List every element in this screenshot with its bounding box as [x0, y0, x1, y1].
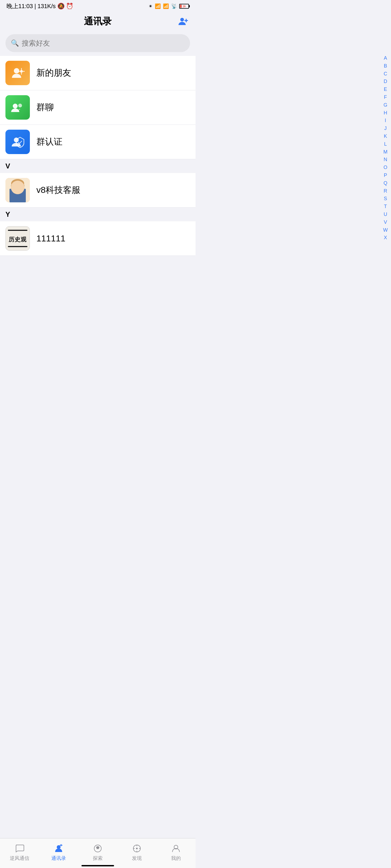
page-header: 通讯录 [0, 12, 196, 30]
new-friend-item[interactable]: 新的朋友 [0, 56, 196, 90]
group-cert-icon [5, 130, 30, 154]
section-header-v: V [0, 159, 196, 173]
search-container: 🔍 [0, 30, 196, 56]
battery-icon: 16 [179, 4, 189, 9]
signal2-icon: 📶 [163, 3, 169, 9]
contact-v8-name: v8科技客服 [36, 184, 80, 196]
new-friend-label: 新的朋友 [36, 67, 71, 79]
svg-rect-14 [15, 191, 20, 194]
group-chat-item[interactable]: 群聊 [0, 90, 196, 125]
svg-rect-12 [5, 178, 30, 203]
add-person-icon [177, 16, 189, 27]
svg-point-19 [14, 187, 17, 190]
add-contact-button[interactable] [176, 14, 190, 29]
contact-111111[interactable]: 历史观 111111 [0, 221, 196, 256]
group-chat-icon [5, 95, 30, 120]
group-chat-label: 群聊 [36, 101, 54, 113]
empty-area [0, 256, 196, 418]
contact-111111-avatar: 历史观 [5, 226, 30, 251]
search-icon: 🔍 [11, 39, 19, 47]
svg-rect-13 [11, 193, 24, 203]
new-friend-icon [5, 61, 30, 85]
svg-rect-18 [22, 184, 24, 192]
svg-point-20 [19, 187, 21, 190]
svg-point-0 [180, 18, 184, 22]
search-bar[interactable]: 🔍 [5, 34, 190, 52]
group-cert-item[interactable]: 群认证 [0, 125, 196, 159]
svg-point-24 [20, 187, 21, 188]
svg-point-9 [13, 104, 18, 108]
section-header-y: Y [0, 208, 196, 221]
bluetooth-icon: ✴ [148, 3, 152, 9]
status-bar: 晚上11:03 | 131K/s 🔕 ⏰ ✴ 📶 📶 📡 16 [0, 0, 196, 12]
contact-v8-avatar [5, 178, 30, 203]
search-input[interactable] [22, 39, 185, 48]
svg-point-3 [14, 68, 19, 73]
quick-items-section: 新的朋友 群聊 [0, 56, 196, 159]
page-title: 通讯录 [84, 15, 112, 28]
section-y-contacts: 历史观 111111 [0, 221, 196, 256]
section-v-contacts: v8科技客服 [0, 173, 196, 208]
svg-point-21 [15, 187, 16, 189]
content-area: 新的朋友 群聊 [0, 56, 196, 451]
svg-point-23 [16, 187, 16, 188]
svg-point-15 [12, 182, 24, 195]
svg-point-4 [20, 70, 23, 73]
signal-icon: 📶 [155, 3, 161, 9]
svg-point-10 [18, 104, 22, 107]
contact-v8[interactable]: v8科技客服 [0, 173, 196, 208]
svg-rect-17 [11, 184, 13, 192]
status-time-network: 晚上11:03 | 131K/s 🔕 ⏰ [6, 2, 73, 10]
svg-point-25 [12, 188, 17, 192]
status-icons: ✴ 📶 📶 📡 16 [148, 3, 189, 9]
svg-point-22 [19, 187, 21, 189]
group-cert-label: 群认证 [36, 136, 62, 148]
contact-111111-name: 111111 [36, 234, 65, 244]
wifi-icon: 📡 [171, 3, 177, 9]
svg-point-16 [11, 179, 24, 188]
